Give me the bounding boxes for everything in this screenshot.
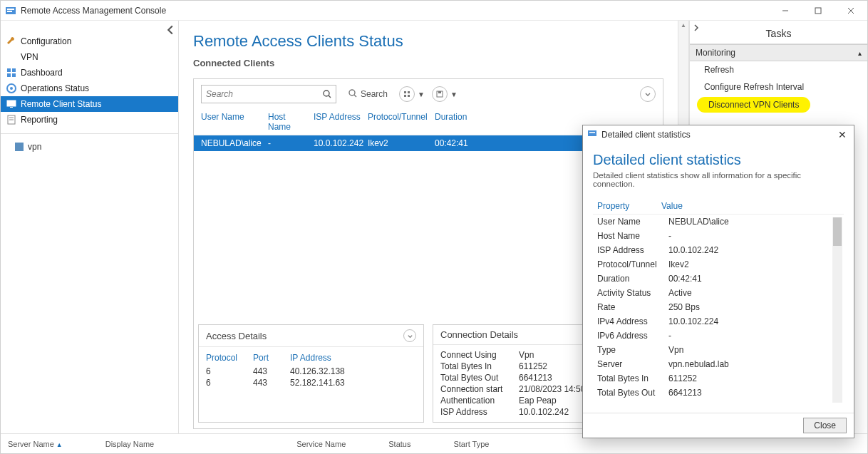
stat-row: Protocol/TunnelIkev2 — [593, 257, 844, 272]
svg-line-21 — [354, 95, 356, 97]
svg-rect-23 — [408, 91, 410, 93]
server-icon — [15, 143, 24, 151]
expand-button[interactable] — [640, 86, 656, 102]
col-protocol[interactable]: Protocol/Tunnel — [368, 112, 432, 132]
nav-item-dashboard[interactable]: Dashboard — [1, 65, 178, 81]
nav-panel: Configuration VPN Dashboard Operations S… — [1, 21, 179, 433]
svg-rect-25 — [408, 95, 410, 97]
server-label: vpn — [28, 142, 41, 152]
toolbar: Search ▼ ▼ — [194, 79, 663, 109]
task-disconnect-vpn-clients[interactable]: Disconnect VPN Clients — [690, 96, 867, 114]
svg-rect-8 — [12, 68, 16, 72]
access-row[interactable]: 6 443 40.126.32.138 — [206, 366, 416, 377]
highlight-annotation: Disconnect VPN Clients — [697, 97, 810, 113]
col-isp-address[interactable]: ISP Address — [314, 112, 365, 132]
app-title: Remote Access Management Console — [21, 6, 166, 16]
search-icon — [348, 88, 358, 100]
save-query-button[interactable] — [432, 86, 448, 102]
tasks-expand-icon[interactable] — [693, 24, 700, 33]
col-ip-address[interactable]: IP Address — [290, 353, 376, 363]
search-go-icon[interactable] — [319, 89, 336, 99]
svg-rect-29 — [589, 132, 595, 133]
report-icon — [6, 115, 16, 125]
col: Status — [388, 440, 410, 448]
task-refresh[interactable]: Refresh — [690, 61, 867, 78]
panel-title: Access Details — [206, 331, 267, 341]
svg-rect-9 — [7, 73, 11, 77]
dashboard-icon — [6, 68, 16, 78]
nav-item-remote-client-status[interactable]: Remote Client Status — [1, 96, 178, 112]
col: Server Name▲ — [8, 440, 63, 448]
stat-row: IPv6 Address- — [593, 329, 844, 343]
dialog-heading: Detailed client statistics — [593, 152, 844, 168]
tasks-section-monitoring[interactable]: Monitoring ▴ — [690, 44, 867, 61]
stat-row: User NameNEBULAD\alice — [593, 215, 844, 229]
dialog-titlebar[interactable]: Detailed client statistics ✕ — [583, 125, 854, 143]
svg-rect-14 — [10, 107, 13, 108]
cell-dur: 00:42:41 — [435, 138, 485, 148]
svg-rect-1 — [7, 9, 14, 10]
search-button[interactable]: Search — [343, 87, 392, 102]
monitor-icon — [6, 99, 16, 109]
stats-header: Property Value — [593, 198, 844, 215]
chevron-down-icon[interactable]: ▼ — [418, 91, 425, 98]
nav-label: VPN — [21, 52, 38, 62]
dialog-close-button[interactable]: ✕ — [835, 129, 849, 140]
col-property[interactable]: Property — [597, 201, 661, 211]
nav-label: Remote Client Status — [21, 99, 101, 109]
nav-collapse-icon[interactable] — [165, 25, 175, 35]
col: Display Name — [105, 440, 154, 448]
page-title: Remote Access Clients Status — [193, 32, 663, 51]
detailed-client-statistics-dialog: Detailed client statistics ✕ Detailed cl… — [582, 125, 854, 438]
stat-row: Rate250 Bps — [593, 300, 844, 314]
col-protocol[interactable]: Protocol — [206, 353, 244, 363]
app-window: Remote Access Management Console Configu… — [0, 0, 868, 454]
search-button-label: Search — [361, 89, 388, 99]
page-subtitle: Connected Clients — [193, 58, 663, 68]
chevron-down-icon[interactable]: ▼ — [450, 91, 458, 98]
col: Start Type — [453, 440, 489, 448]
nav-item-vpn[interactable]: VPN — [1, 49, 178, 65]
stat-row: Duration00:42:41 — [593, 272, 844, 286]
dialog-title: Detailed client statistics — [601, 130, 831, 140]
nav-item-configuration[interactable]: Configuration — [1, 33, 178, 49]
stat-row: Activity StatusActive — [593, 286, 844, 300]
collapse-icon[interactable] — [403, 329, 416, 342]
scrollbar[interactable] — [832, 217, 842, 403]
task-configure-refresh-interval[interactable]: Configure Refresh Interval — [690, 78, 867, 96]
col-duration[interactable]: Duration — [435, 112, 485, 132]
col-port[interactable]: Port — [253, 353, 281, 363]
filter-button[interactable] — [399, 86, 415, 102]
dialog-icon — [587, 128, 597, 140]
access-row[interactable]: 6 443 52.182.141.63 — [206, 377, 416, 388]
stat-row: Servervpn.nebulad.lab — [593, 357, 844, 371]
minimize-button[interactable] — [769, 1, 802, 21]
nav-item-reporting[interactable]: Reporting — [1, 112, 178, 128]
cell-isp: 10.0.102.242 — [314, 138, 365, 148]
svg-rect-4 — [815, 8, 821, 14]
title-bar: Remote Access Management Console — [1, 1, 867, 21]
nav-label: Operations Status — [21, 83, 89, 93]
close-window-button[interactable] — [835, 1, 867, 21]
stat-row: ISP Address10.0.102.242 — [593, 243, 844, 257]
svg-rect-2 — [7, 11, 12, 12]
stat-row: Host Name- — [593, 229, 844, 243]
panel-title: Connection Details — [440, 329, 518, 340]
wrench-icon — [6, 36, 16, 46]
nav-item-operations-status[interactable]: Operations Status — [1, 81, 178, 96]
col-value[interactable]: Value — [661, 201, 839, 211]
app-icon — [5, 5, 16, 16]
maximize-button[interactable] — [802, 1, 835, 21]
col: Service Name — [296, 440, 346, 448]
scrollbar-thumb[interactable] — [833, 217, 842, 246]
col-host-name[interactable]: Host Name — [268, 112, 311, 132]
server-tree-item[interactable]: vpn — [1, 140, 178, 154]
svg-rect-24 — [404, 95, 406, 97]
search-input[interactable] — [202, 89, 319, 99]
scroll-up-icon[interactable]: ▲ — [681, 21, 686, 30]
close-button[interactable]: Close — [803, 418, 847, 433]
stat-row: TypeVpn — [593, 343, 844, 357]
svg-rect-10 — [12, 73, 16, 77]
svg-line-19 — [329, 96, 331, 98]
col-user-name[interactable]: User Name — [201, 112, 265, 132]
